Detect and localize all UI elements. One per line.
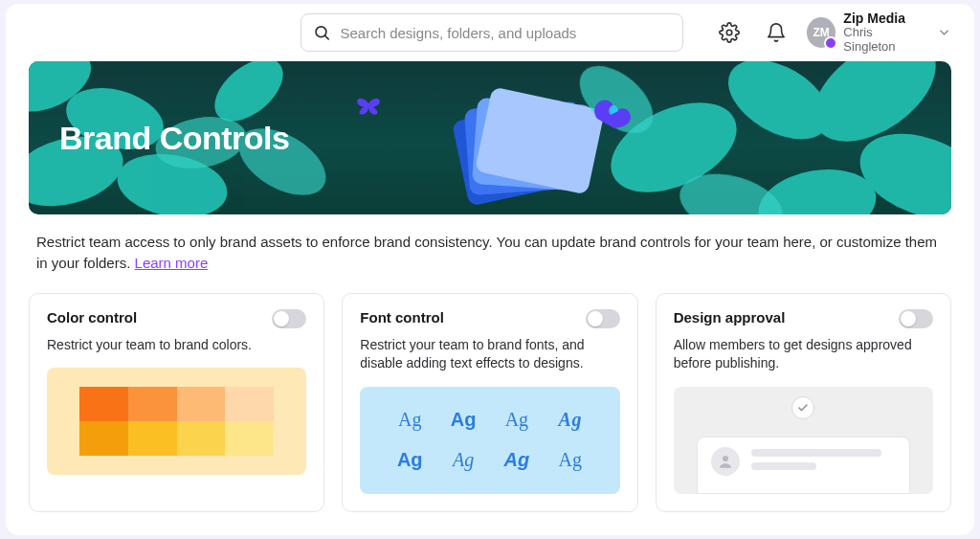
color-swatch: [128, 387, 177, 421]
color-swatch: [225, 387, 274, 421]
avatar: ZM: [807, 17, 835, 48]
design-approval-card: Design approval Allow members to get des…: [656, 293, 951, 512]
color-swatch: [79, 387, 128, 421]
settings-button[interactable]: [714, 16, 745, 49]
app-frame: ZM Zip Media Chris Singleton: [6, 4, 974, 535]
font-sample-preview: AgAgAgAgAgAgAgAg: [360, 387, 619, 494]
topbar: ZM Zip Media Chris Singleton: [6, 4, 974, 61]
font-control-toggle[interactable]: [586, 309, 620, 328]
person-icon: [711, 447, 740, 476]
page-title: Brand Controls: [59, 120, 289, 157]
color-swatch: [177, 387, 226, 421]
font-sample: Ag: [397, 449, 423, 471]
org-name: Zip Media: [843, 11, 924, 26]
color-control-card: Color control Restrict your team to bran…: [29, 293, 324, 512]
search-field[interactable]: [301, 13, 683, 52]
design-approval-desc: Allow members to get designs approved be…: [674, 336, 933, 373]
chevron-down-icon: [937, 25, 951, 40]
search-input[interactable]: [340, 25, 671, 41]
svg-line-1: [324, 35, 328, 39]
approval-mock-card: [697, 437, 910, 494]
search-icon: [313, 23, 330, 42]
page-intro: Restrict team access to only brand asset…: [29, 214, 951, 274]
color-swatch-preview: [47, 368, 306, 475]
svg-point-2: [727, 30, 733, 35]
org-user: Chris Singleton: [843, 26, 924, 55]
color-control-desc: Restrict your team to brand colors.: [47, 336, 306, 355]
illustration-leaves-right: [578, 61, 951, 214]
color-swatch: [225, 421, 274, 456]
account-switcher[interactable]: ZM Zip Media Chris Singleton: [807, 11, 951, 55]
page-banner: Brand Controls: [29, 61, 951, 214]
check-icon: [791, 396, 814, 419]
bell-icon: [766, 22, 787, 43]
font-sample: Ag: [559, 449, 582, 471]
color-control-title: Color control: [47, 309, 137, 326]
color-swatch: [79, 421, 128, 456]
learn-more-link[interactable]: Learn more: [135, 255, 209, 271]
color-control-toggle[interactable]: [272, 309, 306, 328]
font-sample: Ag: [504, 449, 530, 471]
placeholder-line: [751, 449, 881, 457]
font-sample: Ag: [505, 409, 528, 431]
svg-point-21: [723, 456, 728, 461]
color-swatch: [177, 421, 226, 456]
font-sample: Ag: [453, 449, 474, 471]
avatar-badge: [824, 36, 837, 50]
font-control-title: Font control: [360, 309, 443, 326]
font-sample: Ag: [451, 409, 477, 431]
placeholder-line: [751, 462, 816, 470]
font-control-desc: Restrict your team to brand fonts, and d…: [360, 336, 619, 373]
gear-icon: [719, 22, 740, 43]
font-control-card: Font control Restrict your team to brand…: [342, 293, 637, 512]
notifications-button[interactable]: [761, 16, 791, 49]
controls-grid: Color control Restrict your team to bran…: [6, 274, 974, 512]
font-sample: Ag: [559, 409, 582, 431]
color-swatch: [128, 421, 177, 456]
design-approval-title: Design approval: [674, 309, 786, 326]
approval-preview: [674, 387, 933, 494]
illustration-butterfly: [354, 90, 383, 117]
font-sample: Ag: [398, 409, 421, 431]
design-approval-toggle[interactable]: [899, 309, 933, 328]
